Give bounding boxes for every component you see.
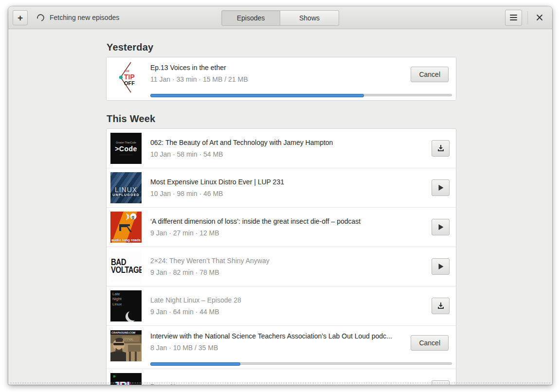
episode-action: [432, 258, 450, 275]
episode-metadata: 9 Jan · 27 min · 12 MB: [150, 229, 423, 237]
download-progressbar: [150, 94, 452, 96]
tab-shows[interactable]: Shows: [280, 10, 339, 26]
download-icon: [437, 302, 445, 310]
episode-action: [432, 298, 450, 314]
section-title: Yesterday: [107, 42, 456, 53]
episode-metadata: 11 Jan · 33 min · 15 MB / 21 MB: [150, 75, 402, 83]
episode-title: Late Night Linux – Episode 28: [150, 296, 423, 304]
download-icon: [437, 144, 445, 152]
hamburger-menu-button[interactable]: [505, 10, 522, 26]
podcast-cover-art: Greater ThanCode>Code —————————: [110, 133, 142, 164]
episode-info: ‘A different dimension of loss’: inside …: [150, 217, 423, 237]
episode-action: Cancel: [411, 67, 449, 82]
download-episode-button[interactable]: [432, 140, 450, 157]
late-night-linux-artwork: LateNightLinux: [110, 290, 142, 321]
svg-text:CRAPHOUND.COM: CRAPHOUND.COM: [111, 331, 136, 334]
episode-row[interactable]: Greater ThanCode>Code —————————062: The …: [107, 129, 456, 168]
tipoff-artwork: THE TIP OFF: [110, 62, 142, 93]
hamburger-icon: [510, 15, 517, 16]
episode-info: Interview with the National Science Teac…: [150, 332, 402, 352]
episode-metadata: 8 Jan · 10 MB / 35 MB: [150, 344, 402, 352]
episode-title: 062: The Beauty of Art and Technology wi…: [150, 139, 423, 146]
episode-title: 2×24: They Weren’t That Shiny Anyway: [150, 257, 423, 265]
download-progress-fill: [150, 362, 240, 366]
play-icon: [437, 263, 445, 270]
play-episode-button[interactable]: [432, 219, 450, 235]
episode-action: [432, 219, 450, 235]
craphound-artwork: c!?oL CRAPHOUND.COM: [110, 330, 142, 361]
audio-long-reads-artwork: g audio long reads: [110, 212, 142, 243]
episode-info: Ep.13 Voices in the ether11 Jan · 33 min…: [150, 64, 402, 83]
episode-action: [432, 140, 450, 157]
header-separator: [527, 11, 528, 24]
episode-list-card: Greater ThanCode>Code —————————062: The …: [106, 128, 456, 385]
episode-title: Most Expensive Linux Distro Ever | LUP 2…: [150, 178, 423, 186]
episode-title: Interview with the National Science Teac…: [150, 332, 402, 340]
episode-info: Late Night Linux – Episode 289 Jan · 64 …: [150, 296, 423, 316]
episode-action: [432, 179, 450, 196]
header-status-text: Fetching new episodes: [50, 14, 119, 21]
play-episode-button[interactable]: [432, 258, 450, 275]
episode-metadata: 10 Jan · 58 min · 54 MB: [150, 150, 423, 158]
scroll-undershoot-indicator: [10, 383, 550, 383]
download-progress-fill: [150, 94, 364, 97]
episode-row[interactable]: g audio long reads‘A different dimension…: [107, 207, 456, 247]
headerbar: + Fetching new episodes Episodes Shows: [8, 6, 552, 29]
download-progressbar: [150, 362, 452, 365]
episodes-scroll-area[interactable]: Yesterday THE TIP OFF Ep.13 Voices in th…: [8, 29, 552, 385]
episode-action: Cancel: [411, 335, 449, 351]
tab-episodes[interactable]: Episodes: [221, 10, 280, 26]
podcast-cover-art: LINUXUNPLUGGED: [110, 172, 142, 203]
episode-row[interactable]: BADVOLTAGE2×24: They Weren’t That Shiny …: [107, 247, 456, 286]
loading-spinner-icon: [36, 13, 45, 22]
svg-text:c!?oL: c!?oL: [123, 337, 134, 341]
podcast-cover-art: THE TIP OFF: [110, 62, 142, 93]
play-icon: [437, 184, 445, 192]
episode-info: 062: The Beauty of Art and Technology wi…: [150, 139, 423, 158]
headerbar-right: [505, 10, 548, 26]
linux-unplugged-artwork: LINUXUNPLUGGED: [110, 172, 142, 203]
episode-row[interactable]: LINUXUNPLUGGEDMost Expensive Linux Distr…: [107, 168, 456, 207]
podcast-cover-art: LateNightLinux: [110, 290, 142, 321]
podcast-cover-art: c!?oL CRAPHOUND.COM: [110, 330, 142, 361]
play-episode-button[interactable]: [432, 179, 450, 196]
episode-metadata: 9 Jan · 82 min · 78 MB: [150, 268, 423, 276]
view-switcher: Episodes Shows: [221, 10, 339, 26]
episodes-column: Yesterday THE TIP OFF Ep.13 Voices in th…: [106, 42, 456, 385]
svg-text:THE: THE: [125, 70, 130, 72]
app-window: + Fetching new episodes Episodes Shows Y…: [8, 6, 552, 385]
episode-row[interactable]: THE TIP OFF Ep.13 Voices in the ether11 …: [107, 57, 456, 100]
play-icon: [437, 223, 445, 231]
greater-than-code-artwork: Greater ThanCode>Code —————————: [110, 133, 142, 164]
download-episode-button[interactable]: [432, 298, 450, 314]
episode-info: 2×24: They Weren’t That Shiny Anyway9 Ja…: [150, 257, 423, 276]
svg-text:TIP: TIP: [124, 73, 135, 81]
episode-row[interactable]: LateNightLinux Late Night Linux – Episod…: [107, 286, 456, 325]
episode-info: Most Expensive Linux Distro Ever | LUP 2…: [150, 178, 423, 197]
podcast-cover-art: g audio long reads: [110, 212, 142, 243]
cancel-download-button[interactable]: Cancel: [411, 67, 449, 82]
section-title: This Week: [107, 113, 456, 125]
add-podcast-button[interactable]: +: [13, 10, 28, 25]
svg-text:g: g: [132, 214, 135, 219]
cancel-download-button[interactable]: Cancel: [411, 335, 449, 351]
episode-metadata: 10 Jan · 98 min · 46 MB: [150, 190, 423, 197]
close-window-button[interactable]: [532, 10, 547, 25]
episode-title: Ep.13 Voices in the ether: [150, 64, 402, 71]
episode-list-card: THE TIP OFF Ep.13 Voices in the ether11 …: [106, 57, 456, 101]
episode-metadata: 9 Jan · 64 min · 44 MB: [150, 308, 423, 316]
episode-title: ‘A different dimension of loss’: inside …: [150, 217, 423, 225]
svg-text:OFF: OFF: [124, 80, 135, 86]
bad-voltage-artwork: BADVOLTAGE: [110, 251, 142, 282]
episode-row[interactable]: c!?oL CRAPHOUND.COM Interview with the N…: [107, 325, 456, 369]
podcast-cover-art: BADVOLTAGE: [110, 251, 142, 282]
